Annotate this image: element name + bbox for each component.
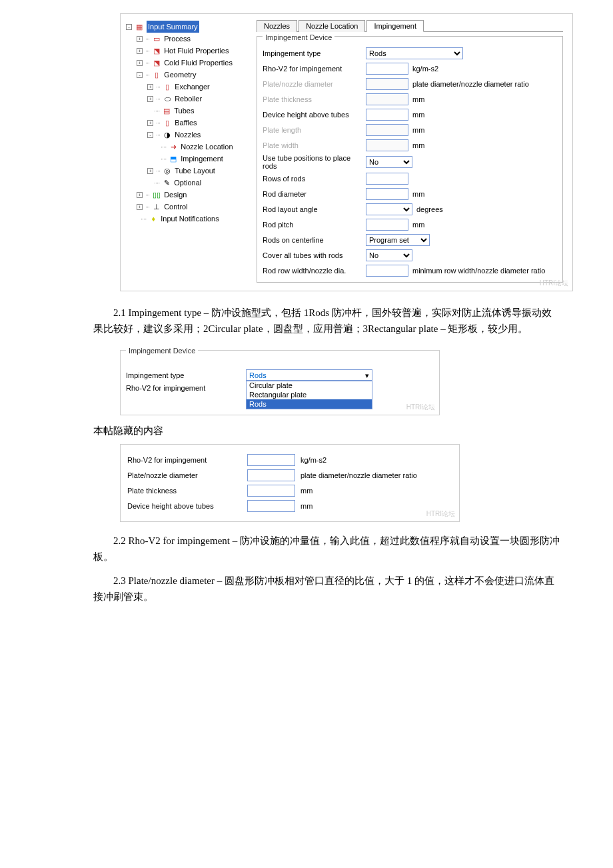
input-rho-v2[interactable] xyxy=(366,63,408,75)
expand-icon[interactable]: + xyxy=(147,96,153,102)
input-plate-width xyxy=(366,139,408,151)
screenshot-main: -▦Input Summary +···▭Process +···⬔Hot Fl… xyxy=(120,13,573,291)
select-rod-layout-angle[interactable] xyxy=(366,203,412,215)
notifications-icon: ♦ xyxy=(149,214,158,223)
lbl-use-tube-positions: Use tube positions to place rods xyxy=(263,154,366,170)
expand-icon[interactable]: + xyxy=(147,84,153,90)
tab-bar: Nozzles Nozzle Location Impingement xyxy=(257,19,563,32)
tree-geometry[interactable]: Geometry xyxy=(164,69,196,81)
lbl-plate-nozzle-3: Plate/nozzle diameter xyxy=(127,471,247,479)
tree-control[interactable]: Control xyxy=(164,201,187,213)
reboiler-icon: ⬭ xyxy=(163,94,172,103)
expand-icon[interactable]: + xyxy=(137,60,143,66)
option-rectangular[interactable]: Rectangular plate xyxy=(247,390,372,399)
lbl-rod-row-width: Rod row width/nozzle dia. xyxy=(263,267,366,275)
tab-nozzle-location[interactable]: Nozzle Location xyxy=(299,20,365,32)
control-icon: ⊥ xyxy=(152,202,161,211)
unit-plate-ratio: plate diameter/nozzle diameter ratio xyxy=(412,80,529,88)
input-rod-diameter[interactable] xyxy=(366,188,408,200)
fieldset-legend: Impingement Device xyxy=(263,33,334,41)
content-pane: Nozzles Nozzle Location Impingement Impi… xyxy=(254,19,566,285)
tree-view[interactable]: -▦Input Summary +···▭Process +···⬔Hot Fl… xyxy=(121,19,254,285)
lbl-rod-pitch: Rod pitch xyxy=(263,221,366,229)
tree-notifications[interactable]: Input Notifications xyxy=(161,213,219,225)
input-rod-row-width[interactable] xyxy=(366,265,408,277)
input-rho-v2-3[interactable] xyxy=(247,454,295,466)
tree-cold-fluid[interactable]: Cold Fluid Properties xyxy=(164,57,233,69)
select-use-tube-positions[interactable]: No xyxy=(366,156,412,168)
tree-reboiler[interactable]: Reboiler xyxy=(175,93,202,105)
select-impingement-type-open[interactable]: Rods▾ xyxy=(246,369,372,381)
design-icon: ▯▯ xyxy=(152,190,161,199)
watermark: HTRI论坛 xyxy=(540,279,568,288)
hot-fluid-icon: ⬔ xyxy=(152,46,161,55)
collapse-icon[interactable]: - xyxy=(147,132,153,138)
tree-optional[interactable]: Optional xyxy=(174,177,201,189)
tree-process[interactable]: Process xyxy=(164,33,191,45)
lbl-rods-on-centerline: Rods on centerline xyxy=(263,236,366,244)
tree-design[interactable]: Design xyxy=(164,189,187,201)
tube-layout-icon: ◎ xyxy=(163,166,172,175)
lbl-rod-diameter: Rod diameter xyxy=(263,190,366,198)
baffles-icon: ▯ xyxy=(163,118,172,127)
unit-mm: mm xyxy=(412,95,424,103)
tree-tubes[interactable]: Tubes xyxy=(174,105,194,117)
unit-kgms2-3: kg/m-s2 xyxy=(301,456,326,464)
lbl-rho-v2-3: Rho-V2 for impingement xyxy=(127,456,247,464)
tree-nozzle-location[interactable]: Nozzle Location xyxy=(181,141,233,153)
watermark: HTRI论坛 xyxy=(426,509,455,519)
summary-icon: ▦ xyxy=(135,22,144,31)
collapse-icon[interactable]: - xyxy=(126,24,132,30)
select-cover-all-tubes[interactable]: No xyxy=(366,249,412,261)
hidden-content-header: 本帖隐藏的内容 xyxy=(93,425,613,437)
unit-plate-ratio-3: plate diameter/nozzle diameter ratio xyxy=(301,471,417,479)
tree-hot-fluid[interactable]: Hot Fluid Properties xyxy=(164,45,229,57)
collapse-icon[interactable]: - xyxy=(137,72,143,78)
lbl-impingement-type-2: Impingement type xyxy=(126,371,246,379)
paragraph-2-1: 2.1 Impingement type – 防冲设施型式，包括 1Rods 防… xyxy=(93,305,560,337)
expand-icon[interactable]: + xyxy=(137,204,143,210)
select-impingement-type[interactable]: Rods xyxy=(366,47,463,59)
unit-mm: mm xyxy=(412,190,424,198)
lbl-impingement-type: Impingement type xyxy=(263,49,366,57)
expand-icon[interactable]: + xyxy=(147,120,153,126)
paragraph-2-2: 2.2 Rho-V2 for impingement – 防冲设施的冲量值，输入… xyxy=(93,533,560,565)
lbl-device-height: Device height above tubes xyxy=(263,111,366,119)
expand-icon[interactable]: + xyxy=(137,192,143,198)
process-icon: ▭ xyxy=(152,34,161,43)
chevron-down-icon: ▾ xyxy=(365,371,369,380)
option-rods[interactable]: Rods xyxy=(247,399,372,409)
screenshot-fields: Rho-V2 for impingementkg/m-s2 Plate/nozz… xyxy=(120,444,460,522)
lbl-plate-length: Plate length xyxy=(263,126,366,134)
input-plate-thickness-3[interactable] xyxy=(247,485,295,497)
tree-nozzles[interactable]: Nozzles xyxy=(175,129,201,141)
tree-impingement[interactable]: Impingement xyxy=(181,153,223,165)
lbl-cover-all-tubes: Cover all tubes with rods xyxy=(263,251,366,259)
input-rod-pitch[interactable] xyxy=(366,219,408,231)
nozzle-location-icon: ➜ xyxy=(169,142,178,151)
lbl-plate-thickness: Plate thickness xyxy=(263,95,366,103)
input-rows-of-rods[interactable] xyxy=(366,173,408,185)
unit-mm: mm xyxy=(412,111,424,119)
tree-tube-layout[interactable]: Tube Layout xyxy=(175,165,215,177)
lbl-plate-width: Plate width xyxy=(263,141,366,149)
tab-impingement[interactable]: Impingement xyxy=(366,20,424,32)
input-device-height[interactable] xyxy=(366,109,408,121)
expand-icon[interactable]: + xyxy=(147,168,153,174)
select-rods-on-centerline[interactable]: Program set xyxy=(366,234,430,246)
paragraph-2-3: 2.3 Plate/nozzle diameter – 圆盘形防冲板相对管口直径… xyxy=(93,573,560,605)
tree-baffles[interactable]: Baffles xyxy=(175,117,197,129)
input-plate-nozzle-3[interactable] xyxy=(247,469,295,481)
tab-nozzles[interactable]: Nozzles xyxy=(257,20,297,32)
tubes-icon: ▤ xyxy=(162,106,171,115)
tree-input-summary[interactable]: Input Summary xyxy=(147,21,199,33)
geometry-icon: ▯ xyxy=(152,70,161,79)
tree-exchanger[interactable]: Exchanger xyxy=(175,81,210,93)
input-device-height-3[interactable] xyxy=(247,500,295,512)
dropdown-list[interactable]: Circular plate Rectangular plate Rods xyxy=(246,380,372,409)
lbl-device-height-3: Device height above tubes xyxy=(127,502,247,510)
expand-icon[interactable]: + xyxy=(137,48,143,54)
unit-mm: mm xyxy=(412,141,424,149)
option-circular[interactable]: Circular plate xyxy=(247,381,372,390)
expand-icon[interactable]: + xyxy=(137,36,143,42)
